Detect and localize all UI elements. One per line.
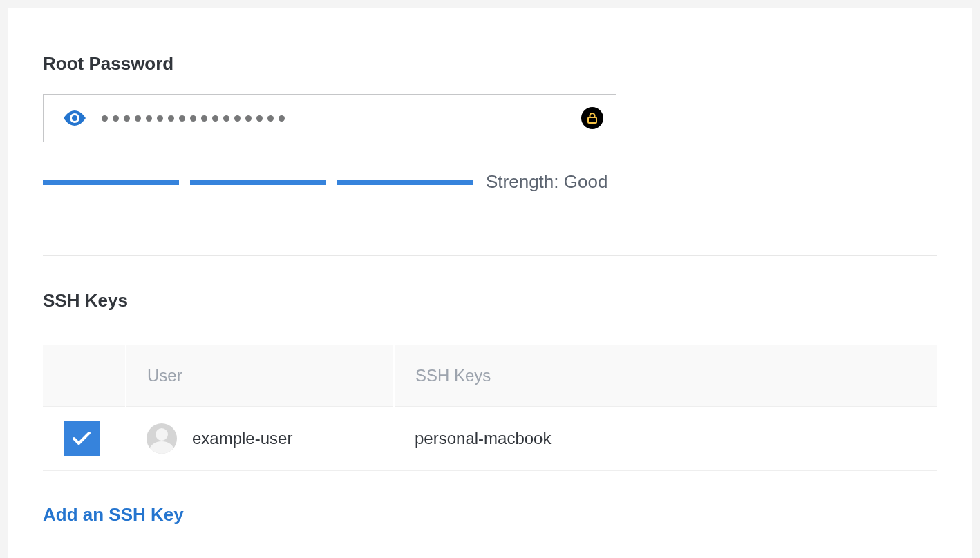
strength-label: Strength: Good [486,171,607,193]
add-ssh-key-link[interactable]: Add an SSH Key [43,504,184,526]
password-strength-row: Strength: Good [43,171,937,193]
user-name: example-user [192,429,292,448]
table-row: example-user personal-macbook [43,407,937,471]
key-label-cell: personal-macbook [394,407,937,471]
strength-bar-3 [337,180,473,185]
column-header-ssh-keys: SSH Keys [394,345,937,407]
row-checkbox[interactable] [64,421,100,456]
checkbox-cell [43,407,126,471]
ssh-keys-table: User SSH Keys example-user [43,345,937,471]
svg-point-1 [72,115,77,121]
strength-bar-2 [190,180,326,185]
eye-icon[interactable] [63,106,86,130]
column-header-user: User [126,345,394,407]
password-masked-value [100,115,567,122]
root-password-label: Root Password [43,53,937,75]
ssh-key-label: personal-macbook [415,429,551,448]
ssh-keys-heading: SSH Keys [43,290,937,311]
column-header-checkbox [43,345,126,407]
keychain-icon[interactable] [581,107,603,129]
strength-bars [43,180,473,185]
section-divider [43,255,937,256]
strength-bar-1 [43,180,179,185]
settings-panel: Root Password Strength: Good [8,8,972,558]
svg-rect-2 [588,117,596,123]
user-cell: example-user [126,407,394,471]
avatar-icon [147,423,177,454]
check-icon [72,431,91,446]
root-password-input[interactable] [43,94,616,142]
